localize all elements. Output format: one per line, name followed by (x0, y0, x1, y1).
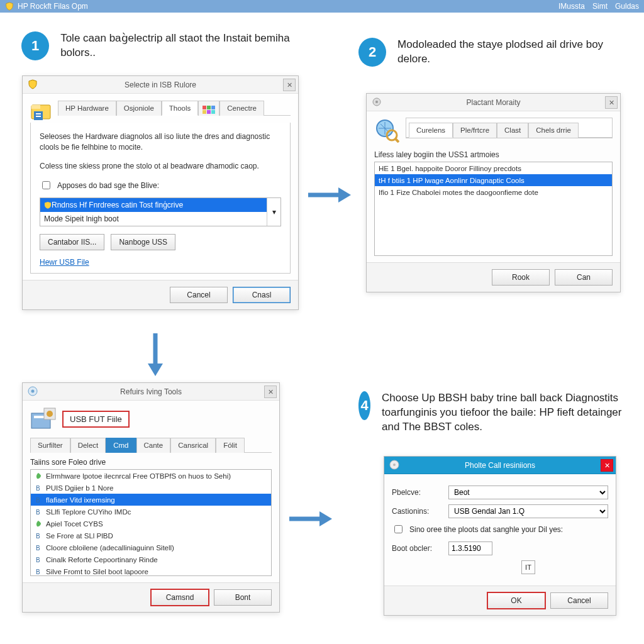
list-item[interactable]: BCloore cbloilene (adecalliniaguinn Site… (31, 541, 271, 553)
color-grid-icon (203, 106, 215, 114)
list-item[interactable]: tH f btiis 1 HP lwage Aonlinr Diagnaptic… (375, 174, 612, 186)
list-item[interactable]: Ifio 1 Fize Chabolei motes the daogoonfi… (375, 186, 612, 198)
checkbox-label: Sino oree tihe ploots dat sanghle your D… (409, 525, 563, 534)
castionins-select[interactable]: USB Gendal Jan 1.Q (448, 504, 608, 518)
cancel-button[interactable]: Cancel (170, 287, 228, 303)
window-title: Plactant Moraity (466, 98, 520, 107)
close-icon[interactable]: ✕ (605, 96, 618, 109)
tab-osjoniole[interactable]: Osjoniole (116, 101, 162, 116)
checkbox-label: Apposes do bad sge the Blive: (57, 181, 159, 190)
tab-curelens[interactable]: Curelens (409, 123, 453, 138)
combo-item-1[interactable]: Mode Sipeit lnigh boot (40, 212, 267, 226)
tab-cmd[interactable]: Cmd (106, 438, 136, 453)
close-icon[interactable]: ✕ (283, 79, 296, 91)
arrow-down-icon (146, 333, 165, 380)
boot-obcler-input[interactable] (448, 541, 492, 555)
nanboge-button[interactable]: Nanboge USS (111, 234, 175, 250)
tab-cansrical[interactable]: Cansrical (170, 438, 216, 453)
list-item[interactable]: BSe Frore at SLl PlBD (31, 530, 271, 541)
items-listbox[interactable]: HE 1 Bgel. happoite Dooror Fillinoy prec… (374, 162, 613, 256)
letter-icon: B (35, 532, 42, 540)
checkbox-input[interactable] (394, 525, 402, 533)
app-topbar: HP Rockft Filas Opm IMussta Simt Guldas (0, 0, 644, 13)
close-icon[interactable]: ✕ (264, 386, 277, 398)
checkbox-apposes[interactable]: Apposes do bad sge the Blive: (40, 179, 281, 191)
svg-text:B: B (36, 509, 40, 516)
boot-obcler-label: Boot obcler: (392, 544, 442, 553)
leaf-icon (35, 472, 42, 480)
tab-hp-hardware[interactable]: HP Hardware (58, 101, 116, 116)
chevron-down-icon[interactable]: ▾ (267, 198, 280, 226)
desc-line-1: Seleoses the Hardware diagnolos all iso … (40, 131, 281, 153)
tab-delect[interactable]: Delect (70, 438, 106, 453)
tab-surfilter[interactable]: Surfilter (30, 438, 70, 453)
gear-icon (372, 97, 382, 107)
leaf-icon (35, 520, 42, 528)
usb-file-link[interactable]: Hewr USB File (40, 258, 89, 267)
list-item[interactable]: BSilve Fromt to Silel boot lapoore (31, 565, 271, 576)
checkbox-input[interactable] (42, 181, 50, 189)
combo-item-0[interactable]: Rndnss Hf Fnrdrees catin Tost finģcrive (52, 201, 183, 209)
svg-text:B: B (36, 557, 40, 564)
list-item[interactable]: Elrmhware lpotoe ilecnrcal Free OTBPfS o… (31, 470, 271, 482)
foleo-listbox[interactable]: Elrmhware lpotoe ilecnrcal Free OTBPfS o… (30, 469, 272, 576)
tab-thools[interactable]: Thools (162, 101, 199, 116)
drive-combo[interactable]: Rndnss Hf Fnrdrees catin Tost finģcrive… (40, 197, 281, 226)
svg-rect-1 (31, 105, 40, 109)
tab-cenectre[interactable]: Cenectre (219, 101, 264, 116)
step-text-2: Modoleaded the staye plodsed ail drive b… (397, 38, 629, 67)
svg-text:B: B (36, 545, 40, 552)
letter-icon: B (35, 496, 42, 504)
desc-line-2: Coless tine skiess prone the stolo ot al… (40, 161, 281, 172)
rook-button[interactable]: Rook (492, 269, 550, 286)
svg-text:B: B (36, 533, 40, 540)
pbelcve-select[interactable]: Beot (448, 486, 608, 499)
camsnd-button[interactable]: Camsnd (151, 589, 209, 606)
bont-button[interactable]: Bont (214, 589, 272, 606)
list-item[interactable]: BCinalk Reforte Cepoortinany Rinde (31, 553, 271, 565)
arrow-right-icon (308, 186, 352, 204)
topbar-title: HP Rockft Filas Opm (18, 2, 88, 11)
svg-point-6 (375, 101, 378, 103)
letter-icon: B (35, 568, 42, 575)
close-icon[interactable]: ✕ (601, 459, 613, 472)
letter-icon: B (35, 544, 42, 552)
step-text-4: Choose Up BBSH baby trine ball back Diag… (382, 391, 623, 435)
shield-icon (28, 79, 38, 89)
tab-color-grid[interactable] (198, 101, 219, 116)
tab-chels[interactable]: Chels drrie (528, 123, 579, 138)
list-item[interactable]: BPUIS Dgiier b 1 Nore (31, 482, 271, 494)
tool-icon (28, 386, 38, 396)
letter-icon: B (35, 556, 42, 564)
it-button[interactable]: IT (521, 560, 535, 574)
cantabor-button[interactable]: Cantabor IIS... (40, 234, 104, 250)
folder-icon (30, 100, 53, 123)
tab-clast[interactable]: Clast (497, 123, 528, 138)
pbelcve-label: Pbelcve: (392, 488, 442, 497)
cancel-button[interactable]: Cancel (550, 592, 608, 609)
svg-point-32 (393, 464, 396, 466)
svg-rect-4 (36, 116, 41, 117)
ok-button[interactable]: OK (487, 592, 545, 609)
shield-icon (44, 201, 52, 209)
list-item[interactable]: Apiel Tocet CYBS (31, 518, 271, 530)
list-item[interactable]: BSLlfi Teplore CUYiho IMDc (31, 506, 271, 518)
topbar-link-c[interactable]: Guldas (615, 2, 639, 11)
tab-cante[interactable]: Cante (136, 438, 171, 453)
checkbox-sino[interactable]: Sino oree tihe ploots dat sanghle your D… (392, 523, 608, 535)
can-button[interactable]: Can (555, 269, 613, 286)
tab-plefrtcre[interactable]: Ple/frtcre (453, 123, 497, 138)
package-icon (30, 407, 57, 431)
window-title: Selecte in ISB Rulore (125, 80, 196, 89)
tab-folit[interactable]: Fólit (216, 438, 245, 453)
topbar-link-b[interactable]: Simt (592, 2, 608, 11)
topbar-link-a[interactable]: IMussta (558, 2, 585, 11)
globe-search-icon (374, 118, 399, 143)
list-item[interactable]: HE 1 Bgel. happoite Dooror Fillinoy prec… (375, 162, 612, 174)
cnasl-button[interactable]: Cnasl (233, 287, 291, 303)
step-text-1: Tole caan bag̀electrip all staot the Ins… (60, 31, 317, 60)
letter-icon: B (35, 508, 42, 516)
svg-text:B: B (36, 497, 40, 504)
step-badge-1: 1 (21, 31, 49, 60)
list-item[interactable]: Bflafiaer Vitd ixremsing (31, 494, 271, 506)
